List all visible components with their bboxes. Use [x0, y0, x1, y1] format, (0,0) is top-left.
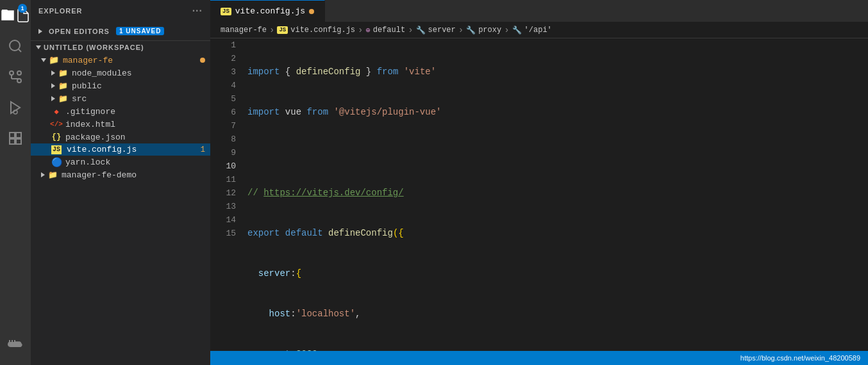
breadcrumb-server-label: server [428, 26, 456, 35]
yarn-lock-label: yarn.lock [65, 158, 110, 167]
line-num-12: 12 [215, 186, 236, 200]
vite-config-label: vite.config.js [67, 145, 137, 154]
line-num-6: 6 [215, 106, 236, 119]
folder-icon: 📁 [58, 81, 68, 91]
explorer-title: EXPLORER [38, 7, 83, 15]
line-num-7: 7 [215, 119, 236, 133]
breadcrumb-default-icon: ⊕ [365, 26, 370, 35]
code-line-7: host:'localhost', [247, 307, 868, 321]
sidebar-more-button[interactable]: ··· [192, 5, 203, 17]
code-line-5: export default defineConfig({ [247, 227, 868, 240]
status-bar: https://blog.csdn.net/weixin_48200589 [210, 351, 868, 365]
open-editors-chevron [38, 29, 42, 34]
folder-manager-fe-demo[interactable]: 📁 manager-fe-demo [31, 168, 210, 181]
breadcrumb-api-icon: 🔧 [512, 26, 522, 35]
run-icon[interactable] [0, 92, 31, 123]
code-editor[interactable]: 1 2 3 4 5 6 7 8 9 10 11 12 13 14 15 impo… [210, 38, 868, 351]
breadcrumb-proxy[interactable]: 🔧 proxy [466, 26, 501, 35]
file-index-html[interactable]: </> index.html [31, 118, 210, 131]
svg-point-3 [10, 71, 13, 75]
workspace-chevron [36, 45, 41, 49]
json-icon: {} [51, 132, 62, 142]
unsaved-badge: 1 UNSAVED [116, 27, 165, 35]
html-icon: </> [51, 119, 62, 129]
open-editors-header[interactable]: OPEN EDITORS 1 UNSAVED [31, 24, 210, 38]
gitignore-icon: ◆ [51, 106, 62, 117]
line-num-11: 11 [215, 173, 236, 186]
code-content[interactable]: import { defineConfig } from 'vite' impo… [242, 38, 868, 351]
files-icon[interactable]: 1 [0, 0, 31, 31]
line-num-14: 14 [215, 213, 236, 227]
breadcrumb-default[interactable]: ⊕ default [365, 26, 405, 35]
open-editors-section: OPEN EDITORS 1 UNSAVED [31, 22, 210, 41]
line-num-13: 13 [215, 200, 236, 213]
breadcrumb-sep-1: › [269, 25, 274, 35]
svg-rect-11 [16, 133, 21, 138]
workspace-header[interactable]: UNTITLED (WORKSPACE) [31, 41, 210, 54]
tab-bar: JS vite.config.js [210, 0, 868, 22]
file-vite-config[interactable]: JS vite.config.js 1 [31, 143, 210, 156]
yarn-icon: 🔵 [51, 157, 62, 167]
breadcrumb-sep-4: › [458, 25, 463, 35]
file-gitignore[interactable]: ◆ .gitignore [31, 105, 210, 118]
main-editor-area: JS vite.config.js manager-fe › JS vite.c… [210, 0, 868, 365]
breadcrumb-js-icon: JS [277, 26, 288, 34]
folder-manager-fe[interactable]: 📁 manager-fe [31, 54, 210, 67]
breadcrumb-sep-5: › [504, 25, 509, 35]
code-line-3 [247, 146, 868, 159]
line-num-3: 3 [215, 65, 236, 79]
source-control-icon[interactable] [0, 61, 31, 92]
public-label: public [72, 81, 102, 91]
svg-point-5 [17, 71, 21, 75]
line-num-2: 2 [215, 52, 236, 65]
breadcrumb-proxy-icon: 🔧 [466, 26, 476, 35]
folder-icon: 📁 [47, 170, 58, 180]
folder-public[interactable]: 📁 public [31, 79, 210, 92]
src-label: src [72, 94, 87, 104]
line-num-1: 1 [215, 38, 236, 52]
svg-rect-12 [16, 139, 21, 144]
folder-node-modules[interactable]: 📁 node_modules [31, 67, 210, 79]
breadcrumb: manager-fe › JS vite.config.js › ⊕ defau… [210, 22, 868, 38]
code-line-1: import { defineConfig } from 'vite' [247, 65, 868, 79]
vite-config-modified: 1 [201, 145, 205, 154]
workspace-section: UNTITLED (WORKSPACE) 📁 manager-fe 📁 node… [31, 41, 210, 365]
files-badge: 1 [18, 4, 27, 13]
node-modules-chevron [51, 70, 55, 76]
src-chevron [51, 96, 55, 101]
breadcrumb-api-label: '/api' [524, 26, 552, 35]
folder-src[interactable]: 📁 src [31, 92, 210, 105]
docker-icon[interactable] [0, 329, 31, 360]
tab-filename: vite.config.js [235, 6, 305, 16]
folder-icon: 📁 [58, 68, 68, 78]
file-package-json[interactable]: {} package.json [31, 131, 210, 143]
breadcrumb-server[interactable]: 🔧 server [416, 26, 456, 35]
js-icon: JS [51, 145, 62, 154]
line-num-4: 4 [215, 79, 236, 92]
demo-folder-chevron [41, 172, 45, 177]
line-num-9: 9 [215, 146, 236, 159]
svg-rect-10 [10, 133, 15, 138]
sidebar: EXPLORER ··· OPEN EDITORS 1 UNSAVED UNTI… [31, 0, 210, 365]
tab-js-icon: JS [221, 8, 231, 15]
manager-fe-demo-label: manager-fe-demo [62, 170, 137, 180]
workspace-title: UNTITLED (WORKSPACE) [44, 44, 144, 51]
breadcrumb-folder[interactable]: manager-fe [221, 26, 267, 35]
breadcrumb-proxy-label: proxy [478, 26, 501, 35]
tab-vite-config[interactable]: JS vite.config.js [210, 0, 325, 22]
breadcrumb-file[interactable]: JS vite.config.js [277, 26, 355, 35]
search-icon[interactable] [0, 31, 31, 61]
folder-chevron [41, 58, 46, 62]
package-json-label: package.json [65, 133, 126, 142]
breadcrumb-sep-2: › [358, 25, 363, 35]
status-bar-link[interactable]: https://blog.csdn.net/weixin_48200589 [740, 354, 860, 362]
breadcrumb-api[interactable]: 🔧 '/api' [512, 26, 552, 35]
line-num-8: 8 [215, 133, 236, 146]
extensions-icon[interactable] [0, 123, 31, 154]
breadcrumb-filename: vite.config.js [290, 26, 355, 35]
folder-name: manager-fe [63, 56, 113, 65]
code-line-4: // https://vitejs.dev/config/ [247, 186, 868, 200]
svg-rect-13 [10, 139, 15, 144]
file-yarn-lock[interactable]: 🔵 yarn.lock [31, 156, 210, 168]
sidebar-header: EXPLORER ··· [31, 0, 210, 22]
